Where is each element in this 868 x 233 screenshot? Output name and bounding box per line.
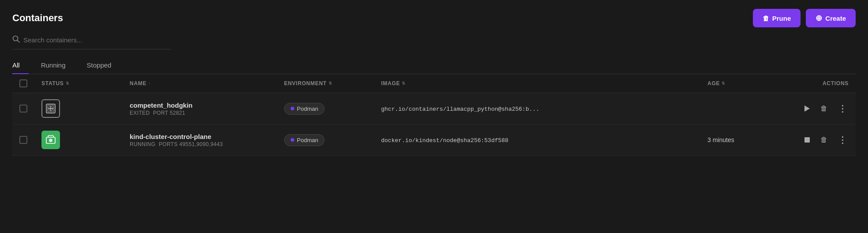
row2-image: docker.io/kindest/node@sha256:53df588 (381, 137, 509, 144)
row1-container-icon (41, 99, 60, 118)
header: Containers 🗑 Prune ⊕ Create (12, 9, 856, 27)
prune-button[interactable]: 🗑 Prune (753, 9, 801, 27)
play-icon (804, 105, 810, 112)
trash-icon: 🗑 (820, 136, 827, 144)
row2-container-icon (41, 131, 60, 149)
svg-line-1 (17, 40, 19, 42)
image-sort-icon[interactable]: ⇅ (402, 81, 406, 86)
row1-actions-cell: 🗑 ⋮ (796, 101, 849, 116)
row2-image-cell: docker.io/kindest/node@sha256:53df588 (381, 136, 707, 144)
table-row: kind-cluster-control-plane RUNNING PORTS… (12, 124, 856, 156)
col-name: NAME ↑ (130, 80, 284, 86)
env-sort-icon[interactable]: ⇅ (329, 81, 333, 86)
row2-checkbox-cell (19, 136, 41, 144)
age-sort-icon[interactable]: ⇅ (722, 81, 726, 86)
tabs: All Running Stopped (12, 56, 856, 74)
col-image: IMAGE ⇅ (381, 80, 707, 86)
table-header: STATUS ⇅ NAME ↑ ENVIRONMENT ⇅ IMAGE ⇅ AG… (12, 74, 856, 93)
header-actions: 🗑 Prune ⊕ Create (753, 9, 856, 27)
row1-image: ghcr.io/containers/llamacpp_python@sha25… (381, 106, 539, 113)
row2-status-cell (41, 131, 130, 149)
status-sort-icon[interactable]: ⇅ (66, 81, 70, 86)
row1-play-button[interactable] (803, 104, 812, 113)
prune-label: Prune (772, 15, 791, 22)
row2-env-badge: Podman (284, 134, 325, 146)
col-actions: ACTIONS (796, 80, 849, 86)
row1-checkbox[interactable] (19, 105, 27, 113)
col-environment: ENVIRONMENT ⇅ (284, 80, 381, 86)
row2-actions-cell: 🗑 ⋮ (796, 133, 849, 147)
row2-more-button[interactable]: ⋮ (836, 133, 849, 147)
row2-stop-button[interactable] (803, 135, 812, 144)
row2-age-cell: 3 minutes (707, 136, 796, 144)
row1-name-cell: competent_hodgkin EXITED PORT 52821 (130, 101, 284, 116)
table-container: STATUS ⇅ NAME ↑ ENVIRONMENT ⇅ IMAGE ⇅ AG… (12, 74, 856, 156)
row1-checkbox-cell (19, 105, 41, 113)
prune-icon: 🗑 (763, 15, 769, 22)
row2-age: 3 minutes (707, 136, 734, 143)
row2-name-cell: kind-cluster-control-plane RUNNING PORTS… (130, 133, 284, 147)
search-input[interactable] (23, 36, 156, 44)
tab-all[interactable]: All (12, 57, 29, 74)
table-row: competent_hodgkin EXITED PORT 52821 Podm… (12, 93, 856, 124)
checkbox-all-col (19, 79, 41, 87)
row1-more-button[interactable]: ⋮ (836, 101, 849, 116)
select-all-checkbox[interactable] (19, 79, 27, 87)
row2-env-dot (291, 138, 294, 142)
row1-trash-button[interactable]: 🗑 (819, 103, 829, 114)
row1-env-cell: Podman (284, 103, 381, 115)
col-age: AGE ⇅ (707, 80, 796, 86)
row1-status-cell (41, 99, 130, 118)
row1-image-cell: ghcr.io/containers/llamacpp_python@sha25… (381, 105, 707, 113)
tab-stopped[interactable]: Stopped (87, 57, 120, 74)
trash-icon: 🗑 (820, 105, 827, 113)
row2-trash-button[interactable]: 🗑 (819, 134, 829, 146)
search-icon (12, 35, 20, 45)
stop-icon (804, 137, 810, 143)
name-sort-icon[interactable]: ↑ (148, 81, 150, 86)
row2-name: kind-cluster-control-plane (130, 133, 284, 140)
row1-env-badge: Podman (284, 103, 325, 115)
row1-name: competent_hodgkin (130, 101, 284, 109)
more-icon: ⋮ (838, 103, 847, 114)
row1-env-dot (291, 107, 294, 110)
create-label: Create (825, 15, 846, 22)
tab-running[interactable]: Running (41, 57, 75, 74)
page-title: Containers (12, 12, 63, 24)
col-status: STATUS ⇅ (41, 80, 130, 86)
row2-env-cell: Podman (284, 134, 381, 146)
page-container: Containers 🗑 Prune ⊕ Create All Running … (0, 0, 868, 165)
row2-checkbox[interactable] (19, 136, 27, 144)
create-icon: ⊕ (816, 13, 822, 23)
search-bar (12, 35, 171, 49)
row2-status-text: RUNNING PORTS 49551,9090,9443 (130, 141, 284, 147)
more-icon: ⋮ (838, 135, 847, 145)
row1-status-text: EXITED PORT 52821 (130, 110, 284, 116)
create-button[interactable]: ⊕ Create (806, 9, 856, 27)
